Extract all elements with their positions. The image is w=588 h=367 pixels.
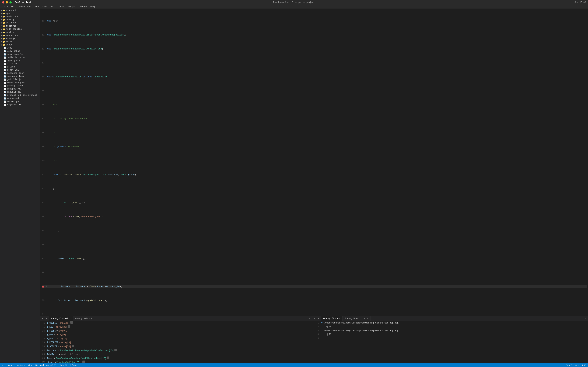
debug-tab-context[interactable]: Xdebug Context ✕ <box>49 316 73 321</box>
sidebar-item-node-modules[interactable]: ▶ 📁 node_modules <box>0 28 40 31</box>
sidebar-label: gulpfile.js <box>7 78 22 81</box>
menu-goto[interactable]: Goto <box>49 5 57 8</box>
sidebar-item-homestead-yaml[interactable]: 📄 Homestead.yaml <box>0 81 40 84</box>
debug-linenum: 29 <box>42 341 47 344</box>
code-line-15: 15 { <box>42 89 587 93</box>
menu-selection[interactable]: Selection <box>18 5 32 8</box>
sidebar-item-features[interactable]: ▼ 📂 features <box>0 25 40 28</box>
debug-nav-right2-left[interactable]: ◀ <box>312 317 317 320</box>
sidebar-item-phpspec-yml[interactable]: 📄 phpspec.yml <box>0 87 40 91</box>
line-content: { <box>47 89 587 93</box>
sidebar-item-after-sh[interactable]: 📄 after.sh <box>0 62 40 65</box>
sidebar-item-public[interactable]: ▶ 📁 public <box>0 31 40 34</box>
sidebar-item-storage[interactable]: ▶ 📁 storage <box>0 37 40 40</box>
debug-tab-context-close[interactable]: ✕ <box>69 317 70 320</box>
sidebar-item-gitignore[interactable]: 📄 .gitignore <box>0 59 40 62</box>
collapse-badge[interactable] <box>107 357 109 359</box>
debug-stack-row: 3 => /Users/andreasheiberg/Desktop/powab… <box>314 329 588 333</box>
file-icon: 📄 <box>4 60 6 62</box>
sidebar-label: storage <box>6 37 15 40</box>
debug-row: 29 $_REQUEST = array[0] <box>40 341 314 344</box>
sidebar-item-tests[interactable]: ▶ 📁 tests <box>0 40 40 43</box>
code-line-28: 28 <box>42 271 587 274</box>
debug-var: $account <box>47 349 57 352</box>
sidebar-item-readme-md[interactable]: 📄 readme.md <box>0 97 40 100</box>
debug-nav-right2-right[interactable]: ▶ <box>317 317 321 320</box>
sidebar-item-artisan[interactable]: 📄 artisan <box>0 65 40 68</box>
sidebar-item-env-example[interactable]: 📄 .env.example <box>0 53 40 56</box>
debug-tab-breakpoint[interactable]: Xdebug Breakpoint ✕ <box>343 316 370 321</box>
debug-tab-watch[interactable]: Xdebug Watch ✕ <box>73 316 94 321</box>
menu-tools[interactable]: Tools <box>57 5 66 8</box>
sidebar-item-vagrant[interactable]: ▶ 📁 .vagrant <box>0 9 40 12</box>
traffic-lights: Sublime Text <box>2 1 31 4</box>
menu-edit[interactable]: Edit <box>10 5 17 8</box>
sidebar-item-gulpfile-js[interactable]: 📄 gulpfile.js <box>0 78 40 81</box>
stack-line: 23 <box>329 333 331 336</box>
sidebar-item-phpunit-xml[interactable]: 📄 phpunit.xml <box>0 91 40 94</box>
sidebar-item-project-sublime[interactable]: 📄 project.sublime-project <box>0 94 40 97</box>
debug-tab-stack[interactable]: Xdebug Stack ✕ <box>321 316 343 321</box>
stack-indent: |+| <box>324 325 328 329</box>
line-content: * @return Response <box>47 145 587 149</box>
menu-help[interactable]: Help <box>89 5 97 8</box>
collapse-badge[interactable] <box>114 349 117 351</box>
debug-op: = <box>56 329 58 333</box>
sidebar-item-composer-lock[interactable]: 📄 composer.lock <box>0 75 40 78</box>
code-line-23: 23 if (Auth::guest()) { <box>42 201 587 204</box>
line-content <box>47 61 587 65</box>
code-line-13: 13 <box>42 61 587 65</box>
sidebar-item-resources[interactable]: ▶ 📁 resources <box>0 34 40 37</box>
git-status: git branch: master, index: 37, working: … <box>2 364 81 366</box>
code-editor[interactable]: 10 use Auth; 11 use PowaBandWeb\Powaband… <box>40 9 588 316</box>
menu-window[interactable]: Window <box>78 5 88 8</box>
sidebar-item-app[interactable]: ▶ 📁 app <box>0 12 40 15</box>
maximize-button[interactable] <box>9 1 12 3</box>
code-line-10: 10 use Auth; <box>42 19 587 23</box>
menu-view[interactable]: View <box>40 5 48 8</box>
sidebar-item-config[interactable]: ▶ 📁 config <box>0 18 40 21</box>
collapse-badge[interactable] <box>70 321 73 324</box>
line-content: */ <box>47 159 587 163</box>
debug-tab-breakpoint-close[interactable]: ✕ <box>367 317 368 320</box>
language-mode: PHP <box>582 364 586 366</box>
debug-tab-stack-close[interactable]: ✕ <box>339 317 340 320</box>
debug-nav-left[interactable]: ◀ <box>40 317 44 320</box>
sidebar-item-behat-yml[interactable]: 📄 behat.yml <box>0 68 40 72</box>
debug-tab-watch-close[interactable]: ✕ <box>91 317 92 320</box>
file-icon: 📄 <box>4 100 6 103</box>
sidebar-item-composer-json[interactable]: 📄 composer.json <box>0 72 40 75</box>
collapse-badge[interactable] <box>72 345 74 347</box>
minimize-button[interactable] <box>6 1 8 3</box>
sidebar-item-env-behat[interactable]: 📄 .env.behat <box>0 50 40 53</box>
collapse-badge[interactable] <box>68 325 70 328</box>
debug-linenum: 4 <box>316 333 321 336</box>
debug-row: 1 $_COOKIE = array[3] <box>40 321 314 325</box>
debug-row: 28 $_POST = array[0] <box>40 337 314 341</box>
sidebar-item-gitattributes[interactable]: 📄 .gitattributes <box>0 56 40 59</box>
sidebar-label: after.sh <box>7 63 17 65</box>
debug-panel-dropdown[interactable]: ▼ <box>308 317 312 320</box>
sidebar-item-env[interactable]: 📄 .env <box>0 47 40 50</box>
sidebar-item-vagrantfile[interactable]: 📄 Vagrantfile <box>0 103 40 106</box>
sidebar-item-database[interactable]: ▶ 📁 database <box>0 21 40 25</box>
sidebar-item-package-json[interactable]: 📄 package.json <box>0 84 40 87</box>
menu-find[interactable]: Find <box>32 5 40 8</box>
sidebar-item-vendor[interactable]: ▶ 📁 vendor <box>0 43 40 47</box>
sidebar-item-bootstrap[interactable]: ▶ 📁 bootstrap <box>0 15 40 18</box>
close-button[interactable] <box>2 1 4 3</box>
collapse-badge[interactable] <box>82 360 85 363</box>
debug-stack-row: 2 |+| 29 <box>314 325 588 329</box>
menu-project[interactable]: Project <box>66 5 78 8</box>
debug-var: $children <box>47 353 58 356</box>
file-icon: 📄 <box>4 63 6 65</box>
debug-nav-right[interactable]: ▶ <box>44 317 49 320</box>
line-content: if (Auth::guest()) { <box>47 201 587 204</box>
debug-context-panel: 1 $_COOKIE = array[3] 5 $_ENV = array[20… <box>40 321 314 363</box>
folder-icon: 📁 <box>3 22 5 24</box>
folder-arrow-icon: ▶ <box>1 31 2 33</box>
sidebar-label: artisan <box>7 66 16 68</box>
menu-file[interactable]: File <box>1 5 9 8</box>
debug-panel2-dropdown[interactable]: ▼ <box>584 317 588 320</box>
sidebar-item-server-php[interactable]: 📄 server.php <box>0 100 40 103</box>
